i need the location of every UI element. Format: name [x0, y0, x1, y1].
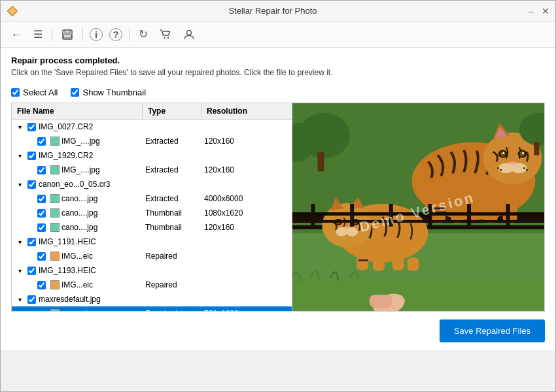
row-checkbox[interactable] — [37, 166, 46, 174]
group-checkbox[interactable] — [27, 152, 36, 160]
undo-icon[interactable]: ↻ — [136, 26, 150, 42]
svg-point-27 — [497, 167, 499, 169]
row-checkbox[interactable] — [37, 209, 46, 218]
svg-rect-46 — [356, 256, 368, 270]
file-thumb-icon — [50, 280, 60, 289]
file-thumb-icon — [50, 223, 60, 232]
col-resolution: Resolution — [201, 103, 292, 119]
group-checkbox[interactable] — [27, 238, 36, 246]
options-row: Select All Show Thumbnail — [1, 82, 555, 103]
app-icon — [6, 5, 19, 18]
svg-rect-60 — [370, 295, 392, 308]
svg-point-6 — [167, 37, 169, 38]
toolbar-sep-3 — [129, 28, 130, 41]
table-row[interactable]: IMG...eic Repaired — [12, 278, 292, 292]
footer: Save Repaired Files — [1, 312, 555, 350]
svg-rect-63 — [317, 152, 324, 172]
minimize-button[interactable]: – — [527, 7, 536, 16]
table-row[interactable]: IMG_....jpg Extracted 120x160 — [12, 134, 292, 148]
table-row[interactable]: cano....jpg Thumbnail 1080x1620 — [12, 206, 292, 220]
back-button[interactable]: ← — [9, 27, 24, 42]
svg-rect-3 — [65, 30, 70, 33]
row-checkbox[interactable] — [37, 281, 46, 289]
window-controls[interactable]: – ✕ — [527, 7, 550, 16]
group-row[interactable]: ▾ IMG_1929.CR2 — [12, 148, 292, 163]
svg-rect-54 — [350, 204, 354, 227]
table-row[interactable]: cano....jpg Extracted 4000x6000 — [12, 191, 292, 206]
group-checkbox[interactable] — [27, 295, 36, 304]
row-checkbox[interactable] — [37, 137, 46, 146]
status-desc: Click on the 'Save Repaired Files' to sa… — [11, 68, 545, 77]
svg-rect-53 — [311, 204, 315, 227]
file-panel: File Name Type Resolution ▾ IMG_0027.CR2… — [11, 103, 292, 312]
toolbar-sep-1 — [52, 28, 52, 41]
svg-rect-48 — [392, 256, 404, 270]
group-row[interactable]: ▾ maxresdefault.jpg — [12, 292, 292, 306]
table-row-selected[interactable]: maxr...jpg Repaired 720x1280 — [12, 306, 292, 311]
svg-rect-50 — [292, 278, 544, 311]
group-row[interactable]: ▾ IMG_1193.HEIC — [12, 263, 292, 278]
svg-point-29 — [523, 167, 525, 169]
table-row[interactable]: IMG...eic Repaired — [12, 249, 292, 263]
file-thumb-icon — [50, 208, 60, 218]
main-area: File Name Type Resolution ▾ IMG_0027.CR2… — [1, 103, 555, 312]
col-type: Type — [143, 103, 201, 119]
show-thumbnail-label[interactable]: Show Thumbnail — [71, 88, 146, 97]
col-filename: File Name — [12, 103, 143, 119]
status-area: Repair process completed. Click on the '… — [1, 48, 555, 82]
svg-point-30 — [526, 169, 528, 171]
file-table-header: File Name Type Resolution — [12, 103, 292, 120]
toolbar-sep-2 — [82, 28, 83, 41]
group-row[interactable]: ▾ canon_eo...0_05.cr3 — [12, 177, 292, 191]
toolbar: ← ☰ i ? ↻ — [1, 22, 555, 48]
file-list[interactable]: ▾ IMG_0027.CR2 IMG_....jpg Extracted 120… — [12, 120, 292, 311]
group-row[interactable]: ▾ IMG_0027.CR2 — [12, 120, 292, 134]
row-checkbox[interactable] — [37, 195, 46, 203]
table-row[interactable]: cano....jpg Thumbnail 120x160 — [12, 220, 292, 235]
svg-point-5 — [164, 37, 165, 38]
group-checkbox[interactable] — [27, 123, 36, 131]
row-checkbox[interactable] — [37, 252, 46, 261]
svg-point-22 — [502, 152, 504, 154]
account-icon[interactable] — [181, 27, 198, 42]
preview-image: Demo Version — [292, 103, 544, 311]
show-thumbnail-checkbox[interactable] — [71, 88, 79, 97]
svg-point-45 — [346, 227, 358, 237]
row-checkbox[interactable] — [37, 223, 46, 232]
cart-icon[interactable] — [157, 27, 174, 42]
menu-button[interactable]: ☰ — [31, 27, 45, 42]
table-row[interactable]: IMG_....jpg Extracted 120x160 — [12, 163, 292, 177]
svg-rect-58 — [506, 204, 510, 227]
svg-rect-47 — [373, 258, 385, 271]
svg-rect-4 — [63, 35, 71, 38]
svg-rect-57 — [467, 204, 471, 227]
save-repaired-files-button[interactable]: Save Repaired Files — [440, 319, 545, 342]
svg-point-23 — [522, 152, 524, 154]
save-file-icon[interactable] — [59, 27, 76, 42]
file-thumb-icon — [50, 137, 60, 146]
group-row[interactable]: ▾ IMG_1191.HEIC — [12, 235, 292, 249]
file-thumb-icon — [50, 252, 60, 261]
file-thumb-icon — [50, 309, 60, 311]
file-thumb-icon — [50, 194, 60, 203]
svg-point-44 — [336, 227, 347, 237]
titlebar: Stellar Repair for Photo – ✕ — [1, 1, 555, 22]
group-checkbox[interactable] — [27, 267, 36, 275]
close-button[interactable]: ✕ — [541, 7, 550, 16]
select-all-label[interactable]: Select All — [11, 88, 58, 97]
preview-panel[interactable]: Demo Version — [292, 103, 545, 312]
group-checkbox[interactable] — [27, 180, 36, 189]
file-thumb-icon — [50, 165, 60, 174]
help-icon[interactable]: ? — [109, 28, 122, 41]
select-all-checkbox[interactable] — [11, 88, 20, 97]
svg-rect-49 — [408, 258, 419, 271]
svg-point-7 — [187, 30, 192, 35]
svg-point-28 — [500, 169, 502, 171]
window-title: Stellar Repair for Photo — [228, 6, 317, 16]
svg-rect-65 — [534, 142, 539, 155]
info-icon[interactable]: i — [90, 28, 103, 41]
status-title: Repair process completed. — [11, 56, 545, 65]
row-checkbox[interactable] — [37, 310, 46, 312]
